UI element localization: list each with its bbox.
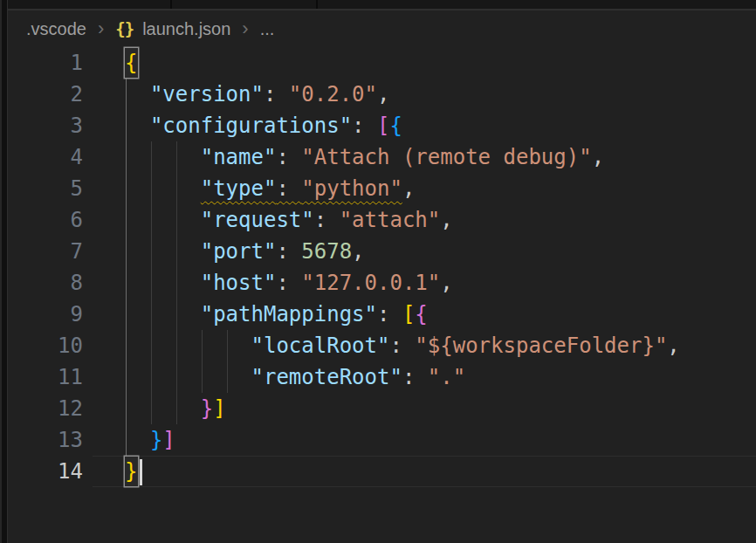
code-token: "python" — [301, 176, 402, 201]
code-line-content[interactable]: } — [125, 456, 142, 487]
code-line-content[interactable]: "host": "127.0.0.1", — [125, 267, 453, 299]
code-token: "remoteRoot" — [251, 365, 402, 389]
code-token — [125, 396, 201, 421]
line-number[interactable]: 5 — [9, 173, 83, 204]
code-token: : — [276, 176, 301, 201]
code-token: "type" — [201, 176, 277, 201]
code-token: , — [402, 176, 415, 201]
line-number[interactable]: 8 — [9, 267, 83, 299]
code-line[interactable]: 3 "configurations": [{ — [9, 110, 756, 141]
code-line-content[interactable]: "port": 5678, — [125, 236, 365, 267]
code-token: "attach" — [340, 208, 441, 232]
code-line[interactable]: 6 "request": "attach", — [9, 204, 756, 236]
code-token — [125, 145, 201, 169]
code-token: : — [276, 239, 301, 264]
editor-pane: .vscode › {} launch.json › ... 1{2 "vers… — [9, 10, 756, 543]
breadcrumb-folder[interactable]: .vscode — [26, 19, 86, 39]
code-token: { — [389, 113, 402, 138]
line-number[interactable]: 9 — [9, 299, 83, 330]
code-line[interactable]: 1{ — [9, 47, 756, 79]
code-line-content[interactable]: "remoteRoot": "." — [125, 361, 465, 393]
code-token: "configurations" — [150, 113, 352, 138]
code-token: , — [592, 145, 604, 169]
code-area[interactable]: 1{2 "version": "0.2.0",3 "configurations… — [9, 47, 756, 487]
code-token: "name" — [201, 145, 277, 169]
code-token — [125, 176, 201, 201]
line-number[interactable]: 11 — [9, 361, 83, 393]
code-token: "Attach (remote debug)" — [301, 145, 591, 169]
code-token: : — [264, 82, 289, 107]
breadcrumb-file[interactable]: launch.json — [142, 19, 230, 39]
code-line-content[interactable]: "type": "python", — [125, 173, 415, 204]
code-line[interactable]: 12 }] — [9, 393, 756, 424]
line-number[interactable]: 1 — [9, 47, 83, 79]
code-token: [ — [402, 302, 415, 326]
code-token: , — [377, 82, 389, 107]
code-line[interactable]: 7 "port": 5678, — [9, 236, 756, 267]
code-token: , — [440, 271, 452, 295]
code-token: : — [352, 113, 377, 138]
code-token: "${workspaceFolder}" — [415, 333, 667, 358]
bracket-match: { — [125, 48, 138, 78]
code-line-content[interactable]: }] — [125, 424, 175, 456]
code-token: "host" — [201, 271, 277, 295]
tab-separator — [170, 0, 172, 9]
code-token: , — [440, 208, 452, 232]
chevron-right-icon: › — [98, 19, 104, 38]
warning-squiggle: "type": "python" — [201, 176, 402, 201]
code-token: { — [415, 302, 427, 326]
bracket-match: } — [125, 457, 138, 486]
code-token: "." — [428, 365, 465, 389]
code-line-content[interactable]: "localRoot": "${workspaceFolder}", — [125, 330, 680, 361]
line-number[interactable]: 12 — [9, 393, 83, 424]
code-line-content[interactable]: "version": "0.2.0", — [125, 79, 389, 110]
code-token — [125, 113, 150, 138]
code-line[interactable]: 10 "localRoot": "${workspaceFolder}", — [9, 330, 756, 361]
code-line[interactable]: 8 "host": "127.0.0.1", — [9, 267, 756, 299]
code-token — [125, 239, 201, 264]
breadcrumb: .vscode › {} launch.json › ... — [9, 10, 756, 47]
code-token: "127.0.0.1" — [301, 271, 440, 295]
code-line-content[interactable]: "name": "Attach (remote debug)", — [125, 141, 604, 173]
code-line-content[interactable]: }] — [125, 393, 226, 424]
code-token: ] — [162, 428, 175, 452]
code-line[interactable]: 4 "name": "Attach (remote debug)", — [9, 141, 756, 173]
code-line[interactable]: 9 "pathMappings": [{ — [9, 299, 756, 330]
code-line-content[interactable]: "configurations": [{ — [125, 110, 402, 141]
code-token: 5678 — [301, 239, 352, 264]
chevron-right-icon: › — [242, 19, 248, 38]
line-number[interactable]: 14 — [9, 456, 83, 487]
line-number[interactable]: 13 — [9, 424, 83, 456]
line-number[interactable]: 2 — [9, 79, 83, 110]
code-token: [ — [377, 113, 389, 138]
code-line-content[interactable]: "pathMappings": [{ — [125, 299, 428, 330]
code-line[interactable]: 2 "version": "0.2.0", — [9, 79, 756, 110]
code-token — [125, 302, 201, 326]
code-token: "request" — [201, 208, 314, 232]
line-number[interactable]: 10 — [9, 330, 83, 361]
code-token: } — [201, 396, 213, 421]
breadcrumb-symbols[interactable]: ... — [260, 19, 275, 39]
window-left-border — [0, 0, 8, 543]
line-number[interactable]: 6 — [9, 204, 83, 236]
code-token: "0.2.0" — [289, 82, 377, 107]
code-line-content[interactable]: { — [125, 47, 138, 79]
code-token: "version" — [150, 82, 264, 107]
line-number[interactable]: 4 — [9, 141, 83, 173]
line-number[interactable]: 7 — [9, 236, 83, 267]
code-token: } — [150, 428, 162, 452]
code-token: : — [402, 365, 428, 389]
code-line[interactable]: 14} — [9, 456, 756, 487]
code-token — [125, 82, 150, 107]
code-token: "pathMappings" — [201, 302, 377, 326]
code-line[interactable]: 13 }] — [9, 424, 756, 456]
code-line[interactable]: 5 "type": "python", — [9, 173, 756, 204]
code-token — [125, 271, 201, 295]
line-number[interactable]: 3 — [9, 110, 83, 141]
code-line[interactable]: 11 "remoteRoot": "." — [9, 361, 756, 393]
code-token — [125, 365, 251, 389]
code-token: : — [314, 208, 340, 232]
text-cursor — [140, 459, 142, 485]
code-token: , — [667, 333, 679, 358]
code-line-content[interactable]: "request": "attach", — [125, 204, 453, 236]
